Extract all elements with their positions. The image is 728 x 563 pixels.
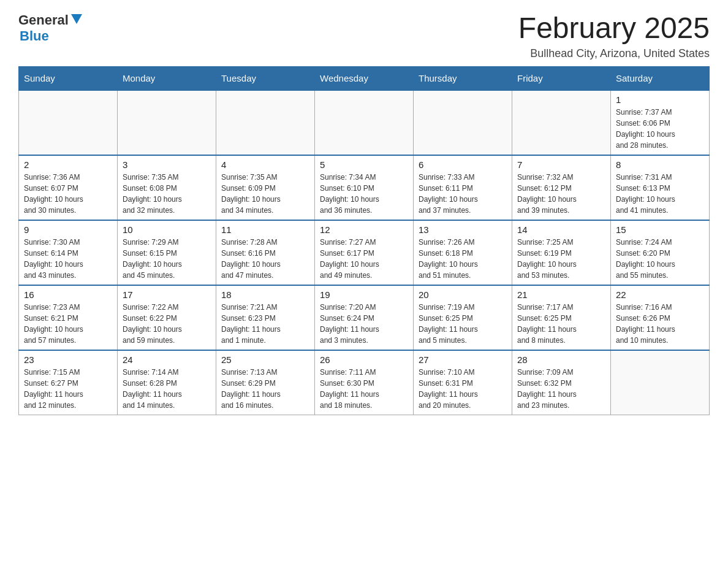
calendar-cell: 10Sunrise: 7:29 AM Sunset: 6:15 PM Dayli…: [118, 220, 216, 285]
day-number: 18: [221, 289, 309, 300]
day-info: Sunrise: 7:30 AM Sunset: 6:14 PM Dayligh…: [24, 237, 112, 281]
weekday-header-wednesday: Wednesday: [315, 66, 414, 90]
calendar-cell: [315, 90, 414, 155]
calendar-cell: 7Sunrise: 7:32 AM Sunset: 6:12 PM Daylig…: [512, 155, 611, 220]
calendar-cell: 6Sunrise: 7:33 AM Sunset: 6:11 PM Daylig…: [414, 155, 512, 220]
day-info: Sunrise: 7:19 AM Sunset: 6:25 PM Dayligh…: [419, 302, 507, 346]
calendar-cell: 26Sunrise: 7:11 AM Sunset: 6:30 PM Dayli…: [315, 350, 414, 415]
day-info: Sunrise: 7:28 AM Sunset: 6:16 PM Dayligh…: [221, 237, 309, 281]
weekday-header-saturday: Saturday: [611, 66, 710, 90]
month-title: February 2025: [518, 12, 710, 45]
calendar-week-3: 9Sunrise: 7:30 AM Sunset: 6:14 PM Daylig…: [19, 220, 710, 285]
day-number: 5: [320, 159, 408, 170]
day-info: Sunrise: 7:24 AM Sunset: 6:20 PM Dayligh…: [616, 237, 704, 281]
day-number: 26: [320, 354, 408, 365]
day-number: 13: [419, 224, 507, 235]
calendar-cell: [216, 90, 315, 155]
day-number: 23: [24, 354, 112, 365]
logo-blue-text: Blue: [20, 28, 49, 44]
calendar-cell: 22Sunrise: 7:16 AM Sunset: 6:26 PM Dayli…: [611, 285, 710, 350]
calendar-cell: 2Sunrise: 7:36 AM Sunset: 6:07 PM Daylig…: [19, 155, 118, 220]
calendar-cell: 4Sunrise: 7:35 AM Sunset: 6:09 PM Daylig…: [216, 155, 315, 220]
day-number: 24: [123, 354, 211, 365]
day-number: 2: [24, 159, 112, 170]
day-number: 11: [221, 224, 309, 235]
day-info: Sunrise: 7:37 AM Sunset: 6:06 PM Dayligh…: [616, 107, 704, 151]
day-info: Sunrise: 7:16 AM Sunset: 6:26 PM Dayligh…: [616, 302, 704, 346]
calendar-week-1: 1Sunrise: 7:37 AM Sunset: 6:06 PM Daylig…: [19, 90, 710, 155]
day-info: Sunrise: 7:27 AM Sunset: 6:17 PM Dayligh…: [320, 237, 408, 281]
day-info: Sunrise: 7:23 AM Sunset: 6:21 PM Dayligh…: [24, 302, 112, 346]
calendar-cell: 8Sunrise: 7:31 AM Sunset: 6:13 PM Daylig…: [611, 155, 710, 220]
day-info: Sunrise: 7:31 AM Sunset: 6:13 PM Dayligh…: [616, 172, 704, 216]
day-number: 7: [517, 159, 605, 170]
calendar-cell: 12Sunrise: 7:27 AM Sunset: 6:17 PM Dayli…: [315, 220, 414, 285]
day-number: 15: [616, 224, 704, 235]
day-info: Sunrise: 7:11 AM Sunset: 6:30 PM Dayligh…: [320, 367, 408, 411]
day-number: 28: [517, 354, 605, 365]
day-info: Sunrise: 7:13 AM Sunset: 6:29 PM Dayligh…: [221, 367, 309, 411]
calendar-cell: 3Sunrise: 7:35 AM Sunset: 6:08 PM Daylig…: [118, 155, 216, 220]
svg-marker-0: [71, 14, 82, 24]
title-block: February 2025 Bullhead City, Arizona, Un…: [518, 12, 710, 60]
calendar-cell: 13Sunrise: 7:26 AM Sunset: 6:18 PM Dayli…: [414, 220, 512, 285]
day-info: Sunrise: 7:34 AM Sunset: 6:10 PM Dayligh…: [320, 172, 408, 216]
day-number: 10: [123, 224, 211, 235]
day-number: 12: [320, 224, 408, 235]
calendar-cell: 5Sunrise: 7:34 AM Sunset: 6:10 PM Daylig…: [315, 155, 414, 220]
day-number: 19: [320, 289, 408, 300]
day-info: Sunrise: 7:33 AM Sunset: 6:11 PM Dayligh…: [419, 172, 507, 216]
calendar-week-5: 23Sunrise: 7:15 AM Sunset: 6:27 PM Dayli…: [19, 350, 710, 415]
day-number: 8: [616, 159, 704, 170]
day-info: Sunrise: 7:15 AM Sunset: 6:27 PM Dayligh…: [24, 367, 112, 411]
weekday-header-thursday: Thursday: [414, 66, 512, 90]
calendar-cell: [512, 90, 611, 155]
calendar-cell: 15Sunrise: 7:24 AM Sunset: 6:20 PM Dayli…: [611, 220, 710, 285]
calendar-cell: 27Sunrise: 7:10 AM Sunset: 6:31 PM Dayli…: [414, 350, 512, 415]
calendar-table: SundayMondayTuesdayWednesdayThursdayFrid…: [18, 66, 710, 415]
day-info: Sunrise: 7:26 AM Sunset: 6:18 PM Dayligh…: [419, 237, 507, 281]
day-number: 21: [517, 289, 605, 300]
day-info: Sunrise: 7:22 AM Sunset: 6:22 PM Dayligh…: [123, 302, 211, 346]
location-title: Bullhead City, Arizona, United States: [518, 47, 710, 60]
day-number: 25: [221, 354, 309, 365]
day-info: Sunrise: 7:20 AM Sunset: 6:24 PM Dayligh…: [320, 302, 408, 346]
day-number: 1: [616, 94, 704, 105]
day-info: Sunrise: 7:17 AM Sunset: 6:25 PM Dayligh…: [517, 302, 605, 346]
day-number: 6: [419, 159, 507, 170]
calendar-cell: 1Sunrise: 7:37 AM Sunset: 6:06 PM Daylig…: [611, 90, 710, 155]
calendar-cell: 16Sunrise: 7:23 AM Sunset: 6:21 PM Dayli…: [19, 285, 118, 350]
calendar-cell: 11Sunrise: 7:28 AM Sunset: 6:16 PM Dayli…: [216, 220, 315, 285]
calendar-cell: 21Sunrise: 7:17 AM Sunset: 6:25 PM Dayli…: [512, 285, 611, 350]
weekday-header-monday: Monday: [118, 66, 216, 90]
calendar-cell: [611, 350, 710, 415]
weekday-header-friday: Friday: [512, 66, 611, 90]
day-info: Sunrise: 7:14 AM Sunset: 6:28 PM Dayligh…: [123, 367, 211, 411]
day-number: 3: [123, 159, 211, 170]
weekday-header-row: SundayMondayTuesdayWednesdayThursdayFrid…: [19, 66, 710, 90]
page-header: General Blue February 2025 Bullhead City…: [18, 12, 710, 60]
calendar-cell: 18Sunrise: 7:21 AM Sunset: 6:23 PM Dayli…: [216, 285, 315, 350]
weekday-header-tuesday: Tuesday: [216, 66, 315, 90]
logo: General Blue: [18, 12, 82, 44]
weekday-header-sunday: Sunday: [19, 66, 118, 90]
calendar-cell: 24Sunrise: 7:14 AM Sunset: 6:28 PM Dayli…: [118, 350, 216, 415]
logo-arrow-icon: [71, 14, 82, 26]
calendar-cell: [118, 90, 216, 155]
calendar-cell: [414, 90, 512, 155]
day-number: 22: [616, 289, 704, 300]
calendar-cell: 20Sunrise: 7:19 AM Sunset: 6:25 PM Dayli…: [414, 285, 512, 350]
day-info: Sunrise: 7:25 AM Sunset: 6:19 PM Dayligh…: [517, 237, 605, 281]
day-number: 9: [24, 224, 112, 235]
calendar-cell: 25Sunrise: 7:13 AM Sunset: 6:29 PM Dayli…: [216, 350, 315, 415]
day-info: Sunrise: 7:35 AM Sunset: 6:09 PM Dayligh…: [221, 172, 309, 216]
day-info: Sunrise: 7:09 AM Sunset: 6:32 PM Dayligh…: [517, 367, 605, 411]
day-info: Sunrise: 7:29 AM Sunset: 6:15 PM Dayligh…: [123, 237, 211, 281]
calendar-week-2: 2Sunrise: 7:36 AM Sunset: 6:07 PM Daylig…: [19, 155, 710, 220]
day-info: Sunrise: 7:36 AM Sunset: 6:07 PM Dayligh…: [24, 172, 112, 216]
day-number: 4: [221, 159, 309, 170]
day-number: 17: [123, 289, 211, 300]
calendar-cell: 9Sunrise: 7:30 AM Sunset: 6:14 PM Daylig…: [19, 220, 118, 285]
day-number: 16: [24, 289, 112, 300]
day-info: Sunrise: 7:32 AM Sunset: 6:12 PM Dayligh…: [517, 172, 605, 216]
